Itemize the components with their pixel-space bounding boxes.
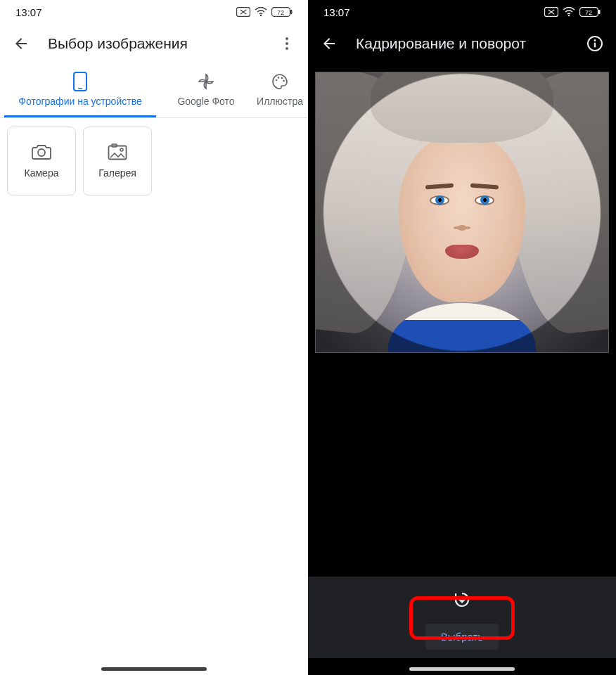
crop-area[interactable] [308,63,616,361]
svg-point-7 [285,47,288,50]
svg-text:72: 72 [585,9,592,16]
tab-google-photos[interactable]: Google Фото [160,63,252,117]
svg-point-14 [38,149,45,156]
status-bar: 13:07 72 [308,0,616,24]
status-time: 13:07 [323,6,350,18]
tile-label: Камера [25,167,59,179]
app-bar: Выбор изображения [0,24,308,63]
tab-device-photos[interactable]: Фотографии на устройстве [0,63,160,117]
app-bar: Кадрирование и поворот [308,24,616,63]
svg-point-12 [281,77,283,79]
svg-point-24 [594,39,596,41]
svg-point-1 [260,15,262,16]
tab-label: Google Фото [177,96,234,107]
back-button[interactable] [315,30,343,58]
svg-point-13 [283,79,285,82]
page-title: Выбор изображения [48,35,260,52]
svg-point-11 [278,77,280,79]
svg-point-10 [276,79,278,81]
battery-icon: 72 [579,7,601,17]
camera-tile[interactable]: Камера [7,127,76,195]
gallery-icon [108,143,127,160]
source-tiles: Камера Галерея [0,118,308,204]
svg-point-17 [120,148,123,151]
info-icon [586,35,603,52]
status-icons: 72 [236,7,293,17]
status-time: 13:07 [15,6,42,18]
svg-point-6 [285,42,288,45]
svg-rect-25 [594,43,596,48]
wifi-icon [255,7,267,17]
tabs: Фотографии на устройстве Google Фото Илл… [0,63,308,118]
tab-label: Иллюстра [257,96,303,107]
camera-icon [32,143,51,160]
crop-mask [316,72,608,352]
tab-illustrations[interactable]: Иллюстра [252,63,308,117]
back-button[interactable] [7,30,35,58]
status-bar: 13:07 72 [0,0,308,24]
info-button[interactable] [581,30,609,58]
wifi-icon [563,7,575,17]
mute-icon [236,7,250,17]
svg-rect-9 [78,88,82,89]
gallery-tile[interactable]: Галерея [83,127,152,195]
palette-icon [271,73,288,90]
svg-point-5 [285,37,288,40]
status-icons: 72 [544,7,601,17]
mute-icon [544,7,558,17]
rotate-button[interactable] [448,586,476,614]
svg-rect-21 [598,10,601,14]
svg-rect-3 [290,10,293,14]
arrow-left-icon [13,35,30,52]
phone-icon [73,73,87,90]
tab-label: Фотографии на устройстве [18,96,141,107]
crop-frame[interactable] [315,72,609,353]
rotate-icon [453,591,471,609]
bottom-toolbar: Выбрать [308,577,616,658]
select-button[interactable]: Выбрать [425,624,499,650]
more-vert-icon [278,35,295,52]
svg-point-19 [568,15,570,16]
page-title: Кадрирование и поворот [356,35,568,52]
pinwheel-icon [198,73,214,90]
overflow-menu-button[interactable] [273,30,301,58]
arrow-left-icon [321,35,338,52]
nav-handle[interactable] [101,667,207,671]
svg-text:72: 72 [277,9,284,16]
nav-handle[interactable] [409,667,515,671]
battery-icon: 72 [271,7,293,17]
tile-label: Галерея [98,167,136,179]
